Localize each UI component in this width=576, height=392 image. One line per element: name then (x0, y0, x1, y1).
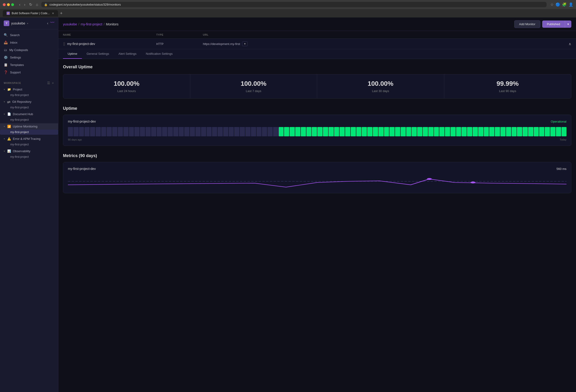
uptime-bar (484, 127, 489, 136)
monitor-name-cell: ⣿ my-first-project-dev (63, 42, 156, 46)
chevron-project-icon: ▾ (4, 88, 5, 91)
list-view-button[interactable]: ☰ (47, 81, 51, 85)
uptime-bar (439, 127, 444, 136)
home-button[interactable]: ⌂ (34, 2, 40, 7)
published-dropdown-button[interactable]: ▾ (565, 21, 571, 28)
uptime-bar (562, 127, 567, 136)
sidebar: Y yusukebe ▾ ‹ 〰 🔍 Search 📥 Inbox 🗂 My C… (0, 18, 58, 392)
monitor-url-text: https://development.my-first (203, 42, 240, 46)
workspace-child-observability-1[interactable]: my-first-project (0, 154, 58, 159)
breadcrumb-project-link[interactable]: my-first-project (81, 22, 102, 26)
workspace-child-documents-1[interactable]: my-first-project (0, 117, 58, 122)
sidebar-header: Y yusukebe ▾ ‹ 〰 (0, 18, 58, 29)
inbox-icon: 📥 (4, 41, 8, 44)
monitor-row-header[interactable]: ⣿ my-first-project-dev HTTP https://deve… (58, 39, 576, 49)
url-dropdown-button[interactable]: ▾ (242, 42, 248, 46)
sidebar-item-inbox[interactable]: 📥 Inbox (0, 39, 58, 46)
sidebar-item-my-codepods[interactable]: 🗂 My Codepods (0, 46, 58, 53)
add-workspace-button[interactable]: + (52, 81, 54, 85)
forward-button[interactable]: › (23, 2, 27, 7)
stat-24h: 100.00% Last 24 hours (63, 74, 190, 98)
stat-90d-label: Last 90 days (449, 89, 567, 93)
uptime-bar (290, 127, 295, 136)
traffic-light-red[interactable] (3, 3, 6, 6)
workspace-group-git-label: Git Repository (12, 100, 31, 104)
sidebar-item-templates[interactable]: 📋 Templates (0, 61, 58, 69)
workspace-label: yusukebe (11, 22, 25, 25)
reload-button[interactable]: ↻ (28, 2, 33, 7)
profile-button[interactable]: 👤 (569, 2, 573, 7)
tab-uptime[interactable]: Uptime (63, 49, 82, 59)
collapse-sidebar-button[interactable]: ‹ (46, 20, 49, 26)
document-icon: 📄 (7, 112, 11, 116)
uptime-bar (317, 127, 322, 136)
chevron-observability-icon: ▾ (4, 150, 5, 153)
uptime-bar (240, 127, 245, 136)
uptime-bar (112, 127, 117, 136)
uptime-bar (523, 127, 528, 136)
add-monitor-button[interactable]: Add Monitor (514, 20, 540, 28)
app-container: Y yusukebe ▾ ‹ 〰 🔍 Search 📥 Inbox 🗂 My C… (0, 18, 576, 392)
uptime-panel: Overall Uptime 100.00% Last 24 hours 100… (58, 59, 576, 199)
uptime-bar (340, 127, 345, 136)
breadcrumb-workspace-link[interactable]: yusukebe (63, 22, 77, 26)
workspace-child-git-1[interactable]: my-first-project (0, 105, 58, 110)
workspace-group-error-apm-header[interactable]: ▾ ⚠️ Error & APM Tracing (0, 136, 58, 142)
published-button[interactable]: Published (542, 21, 565, 28)
sidebar-item-templates-label: Templates (10, 63, 24, 67)
uptime-bar (373, 127, 378, 136)
extension-button-2[interactable]: 🧩 (562, 2, 567, 7)
support-icon: ❓ (4, 70, 8, 74)
section-actions: ☰ + (47, 81, 54, 85)
browser-toolbar: ‹ › ↻ ⌂ 🔒 ☆ 🔵 🧩 👤 (0, 0, 576, 9)
uptime-bar (140, 127, 145, 136)
expand-monitor-button[interactable]: ∧ (569, 42, 571, 46)
sidebar-item-search[interactable]: 🔍 Search (0, 31, 58, 39)
address-bar[interactable] (49, 3, 544, 6)
uptime-bar (267, 127, 273, 136)
uptime-bar (151, 127, 156, 136)
uptime-bar (550, 127, 555, 136)
codepods-icon: 🗂 (4, 48, 7, 52)
sidebar-item-settings[interactable]: ⚙️ Settings (0, 53, 58, 61)
tab-general-settings[interactable]: General Settings (82, 49, 114, 59)
workspace-child-error-1[interactable]: my-first-project (0, 142, 58, 147)
workspace-group-git-header[interactable]: ▾ git Git Repository (0, 99, 58, 105)
workspace-group-observability-header[interactable]: ▾ 📊 Observability (0, 148, 58, 154)
bookmark-button[interactable]: ☆ (550, 2, 554, 7)
chevron-down-icon: ▾ (27, 22, 28, 25)
metrics-value: 560 ms (556, 167, 566, 171)
traffic-light-yellow[interactable] (7, 3, 10, 6)
tab-alert-settings[interactable]: Alert Settings (114, 49, 141, 59)
uptime-bar (473, 127, 478, 136)
workspace-group-observability-label: Observability (13, 149, 30, 153)
workspace-child-uptime-1[interactable]: my-first-project (0, 130, 58, 135)
workspace-child-project-1[interactable]: my-first-project (0, 93, 58, 98)
active-tab[interactable]: ⚡ Build Software Faster | Code... × (3, 10, 58, 17)
workspace-section-label: WORKSPACE ☰ + (0, 78, 58, 86)
uptime-bar (179, 127, 184, 136)
workspace-group-project: ▾ 📁 Project my-first-project (0, 86, 58, 98)
monitor-url-cell: https://development.my-first ▾ ∧ (203, 42, 571, 46)
uptime-bar (395, 127, 400, 136)
uptime-bars (68, 127, 566, 136)
sidebar-nav: 🔍 Search 📥 Inbox 🗂 My Codepods ⚙️ Settin… (0, 29, 58, 78)
new-tab-button[interactable]: + (60, 11, 62, 16)
tab-close-button[interactable]: × (52, 11, 54, 15)
timeline-end: Today (560, 138, 566, 141)
sidebar-item-support[interactable]: ❓ Support (0, 69, 58, 76)
extension-button-1[interactable]: 🔵 (555, 2, 560, 7)
workspace-group-uptime-header[interactable]: ▾ 📶 Uptime Monitoring (0, 123, 58, 130)
uptime-section-title: Uptime (63, 106, 571, 111)
traffic-light-green[interactable] (11, 3, 14, 6)
header-actions: ‹ 〰 (46, 20, 54, 26)
uptime-bar (489, 127, 494, 136)
back-button[interactable]: ‹ (18, 2, 22, 7)
tab-notification-settings[interactable]: Notification Settings (141, 49, 177, 59)
uptime-bar (212, 127, 217, 136)
workspace-group-uptime-label: Uptime Monitoring (13, 125, 37, 128)
uptime-bar (495, 127, 500, 136)
uptime-bar (207, 127, 212, 136)
workspace-group-documents-header[interactable]: ▾ 📄 Document Hub (0, 111, 58, 117)
workspace-group-project-header[interactable]: ▾ 📁 Project (0, 86, 58, 93)
